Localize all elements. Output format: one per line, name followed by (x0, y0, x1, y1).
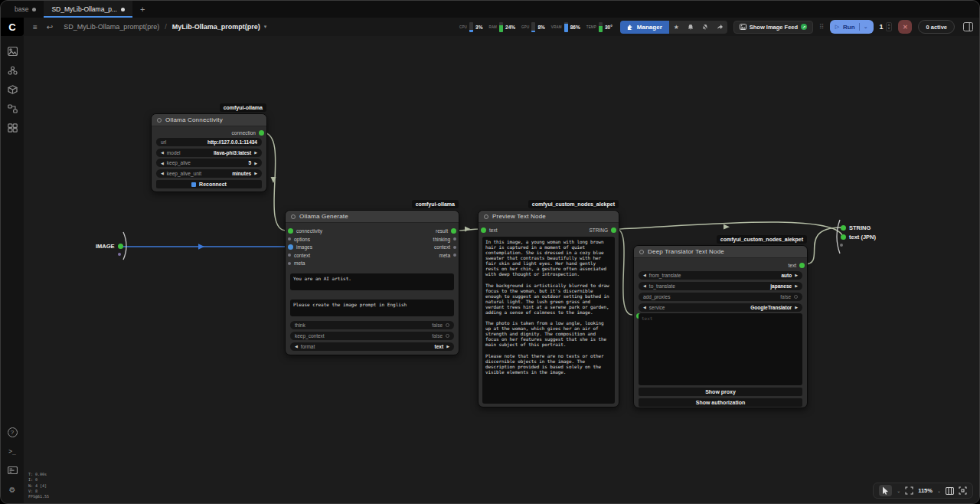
widget-to-translate[interactable]: ◀ to_translate japanese ▶ (639, 282, 802, 290)
node-header[interactable]: Preview Text Node (479, 211, 619, 223)
run-button[interactable]: ▷ Run ⌄ (830, 20, 874, 34)
combo-right-icon[interactable]: ▶ (446, 344, 449, 349)
combo-right-icon[interactable]: ▶ (795, 283, 798, 288)
sidebar-settings-button[interactable]: ⚙ (1, 480, 24, 499)
widget-think[interactable]: think false (290, 321, 454, 329)
combo-left-icon[interactable]: ◀ (161, 161, 164, 165)
output-slot-result[interactable]: result (436, 228, 456, 234)
output-slot-string[interactable]: STRING (589, 227, 616, 233)
bell-icon[interactable] (684, 24, 698, 31)
toggle-icon[interactable] (794, 295, 798, 299)
combo-right-icon[interactable]: ▶ (254, 150, 257, 155)
widget-add-proxies[interactable]: add_proxies false (639, 293, 802, 301)
reconnect-button[interactable]: Reconnect (156, 180, 262, 188)
widget-url[interactable]: url http://127.0.0.1:11434 (156, 138, 262, 146)
collapse-dot-icon[interactable] (291, 214, 296, 219)
collapsed-node-string[interactable]: STRING (841, 224, 871, 231)
drag-grip-icon[interactable]: ⠿ (819, 23, 824, 31)
new-tab-button[interactable]: + (132, 1, 152, 18)
output-slot-text[interactable]: text (789, 262, 805, 268)
node-header[interactable]: Ollama Generate (286, 211, 459, 223)
widget-keep-context[interactable]: keep_context false (290, 332, 454, 340)
undo-icon[interactable]: ↩ (47, 23, 53, 31)
sidebar-node-library-button[interactable] (1, 61, 24, 80)
sidebar-queue-button[interactable] (1, 42, 24, 61)
sidebar-terminal-button[interactable]: >_ (1, 442, 24, 460)
combo-right-icon[interactable]: ▶ (254, 161, 257, 165)
user-prompt-textarea[interactable]: Please create the image prompt in Englis… (290, 299, 454, 316)
active-jobs-button[interactable]: 0 active (918, 20, 955, 34)
combo-left-icon[interactable]: ◀ (161, 171, 164, 175)
node-deep-translator[interactable]: comfyui_custom_nodes_alekpet Deep Transl… (633, 245, 808, 408)
show-proxy-button[interactable]: Show proxy (639, 388, 802, 396)
combo-left-icon[interactable]: ◀ (295, 344, 298, 349)
node-preview-text[interactable]: comfyui_custom_nodes_alekpet Preview Tex… (478, 210, 619, 407)
input-slot-context[interactable]: context (288, 252, 310, 258)
show-authorization-button[interactable]: Show authorization (639, 398, 802, 407)
sidebar-model-library-button[interactable] (1, 80, 24, 99)
hamburger-menu-icon[interactable]: ≡ (33, 23, 38, 31)
combo-left-icon[interactable]: ◀ (643, 283, 646, 288)
breadcrumb-current[interactable]: MyLib-Ollama_prompt(pre) (172, 23, 260, 31)
comfyui-logo[interactable]: C (1, 18, 24, 36)
input-dot-icon[interactable] (841, 225, 846, 231)
run-options-caret-icon[interactable]: ⌄ (864, 24, 868, 30)
node-header[interactable]: Ollama Connectivity (152, 114, 266, 126)
node-ollama-connectivity[interactable]: comfyui-ollama Ollama Connectivity conne… (151, 113, 267, 192)
share-icon[interactable] (713, 24, 727, 30)
widget-keep-alive[interactable]: ◀ keep_alive 5 ▶ (156, 159, 262, 167)
input-slot-images[interactable]: images (288, 244, 312, 250)
show-image-feed-button[interactable]: Show Image Feed ↗ (733, 21, 813, 34)
toggle-icon[interactable] (446, 334, 449, 338)
sidebar-logs-button[interactable] (1, 461, 24, 479)
star-icon[interactable]: ★ (669, 24, 684, 31)
widget-service[interactable]: ◀ service GoogleTranslator ▶ (639, 303, 802, 312)
input-dot-icon[interactable] (841, 234, 846, 240)
sidebar-help-button[interactable]: ? (1, 423, 24, 441)
widget-from-translate[interactable]: ◀ from_translate auto ▶ (639, 271, 802, 280)
stepper-arrows-icon[interactable]: ˄˅ (886, 22, 893, 31)
sidebar-workflows-button[interactable] (1, 100, 24, 118)
combo-right-icon[interactable]: ▶ (795, 273, 798, 277)
feed-toggle-icon[interactable]: ↗ (801, 24, 807, 30)
tab-active-workflow[interactable]: SD_MyLib-Ollama_p... (44, 1, 132, 18)
breadcrumb-parent[interactable]: SD_MyLib-Ollama_prompt(pre) (64, 23, 159, 31)
side-panel-toggle-button[interactable] (961, 20, 975, 34)
toggle-icon[interactable] (446, 323, 449, 327)
widget-model[interactable]: ◀ model llava-phi3:latest ▶ (156, 149, 262, 157)
node-header[interactable]: Deep Translator Text Node (634, 246, 807, 258)
output-dot-icon[interactable] (259, 130, 264, 136)
combo-right-icon[interactable]: ▶ (254, 171, 257, 175)
minimap-toggle-button[interactable] (946, 484, 954, 498)
bell-alt-icon[interactable] (698, 24, 713, 31)
collapse-dot-icon[interactable] (484, 214, 488, 219)
pointer-tool-button[interactable] (879, 485, 892, 496)
input-slot-options[interactable]: options (288, 236, 310, 242)
widget-keep-alive-unit[interactable]: ◀ keep_alive_unit minutes ▶ (156, 169, 262, 178)
output-slot-thinking[interactable]: thinking (433, 236, 456, 242)
manager-button[interactable]: Manager (620, 21, 669, 34)
interrupt-button[interactable]: ✕ (898, 20, 912, 34)
output-slot-connection[interactable]: connection (232, 129, 264, 136)
zoom-level-caret-icon[interactable]: ⌄ (937, 488, 941, 493)
combo-left-icon[interactable]: ◀ (643, 305, 646, 309)
combo-right-icon[interactable]: ▶ (795, 305, 798, 309)
output-slot-meta[interactable]: meta (439, 252, 456, 258)
collapsed-node-text-jpn[interactable]: text (JPN) (841, 234, 876, 241)
collapsed-node-image[interactable]: IMAGE (96, 243, 123, 250)
combo-left-icon[interactable]: ◀ (161, 150, 164, 155)
system-prompt-textarea[interactable]: You are an AI artist. (290, 273, 454, 290)
preview-text-area[interactable]: In this image, a young woman with long b… (482, 237, 615, 404)
breadcrumb-caret-icon[interactable]: ▾ (264, 24, 267, 30)
tab-base[interactable]: base (7, 1, 44, 18)
input-slot-text[interactable]: text (481, 227, 497, 233)
fit-view-button[interactable] (905, 484, 913, 498)
collapse-dot-icon[interactable] (639, 250, 644, 254)
node-ollama-generate[interactable]: comfyui-ollama Ollama Generate connectiv… (285, 210, 459, 355)
widget-format[interactable]: ◀ format text ▶ (290, 342, 454, 351)
collapse-dot-icon[interactable] (157, 118, 162, 123)
combo-left-icon[interactable]: ◀ (643, 273, 646, 277)
zoom-level-dropdown[interactable]: 115% (918, 487, 933, 494)
translator-text-area[interactable]: text (639, 313, 802, 385)
sidebar-templates-button[interactable] (1, 119, 24, 137)
